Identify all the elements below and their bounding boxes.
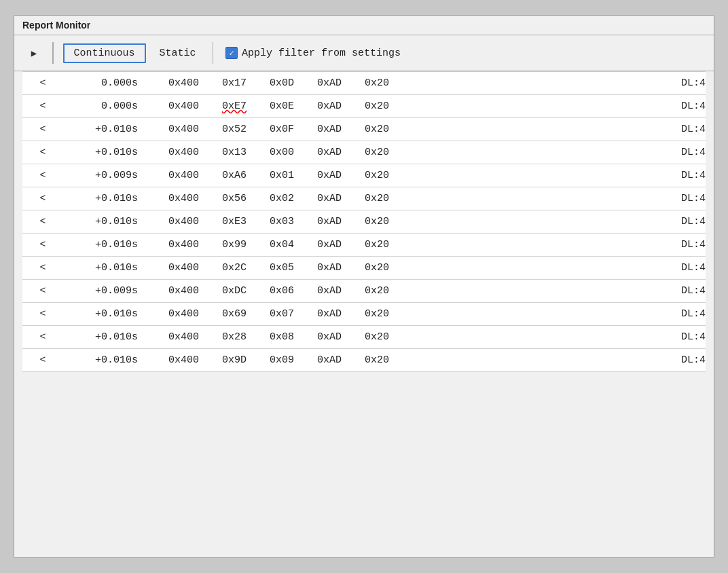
table-row: < +0.010s 0x400 0xE3 0x03 0xAD 0x20 DL:4 [22, 210, 706, 234]
cell-b1: 0x17 [199, 72, 247, 95]
cell-b3: 0xAD [294, 326, 342, 349]
cell-b2: 0x0E [247, 95, 294, 118]
cell-spacer [389, 280, 644, 303]
cell-dl: DL:4 [644, 118, 706, 141]
cell-b4: 0x20 [342, 141, 389, 164]
cell-spacer [389, 303, 644, 326]
cell-dl: DL:4 [644, 95, 706, 118]
cell-dl: DL:4 [644, 210, 706, 234]
separator-1 [52, 42, 54, 64]
cell-b2: 0x02 [247, 187, 294, 210]
cell-dl: DL:4 [644, 349, 706, 372]
cell-b3: 0xAD [294, 141, 342, 164]
cell-addr: 0x400 [138, 72, 199, 95]
toolbar: ▶ Continuous Static Apply filter from se… [14, 35, 714, 71]
cell-b3: 0xAD [294, 164, 342, 187]
cell-dir: < [22, 349, 63, 372]
cell-time: +0.010s [63, 257, 138, 280]
cell-addr: 0x400 [138, 326, 199, 349]
cell-b3: 0xAD [294, 303, 342, 326]
cell-addr: 0x400 [138, 349, 199, 372]
cell-b4: 0x20 [342, 210, 389, 234]
cell-b4: 0x20 [342, 326, 389, 349]
cell-b2: 0x03 [247, 210, 294, 234]
continuous-button[interactable]: Continuous [63, 43, 146, 63]
cell-spacer [389, 349, 644, 372]
filter-label-text: Apply filter from settings [242, 48, 401, 59]
play-button[interactable]: ▶ [25, 44, 43, 62]
cell-spacer [389, 164, 644, 187]
cell-b2: 0x01 [247, 164, 294, 187]
cell-time: +0.010s [63, 118, 138, 141]
cell-time: +0.009s [63, 164, 138, 187]
cell-b1: 0xDC [199, 280, 247, 303]
cell-b2: 0x07 [247, 303, 294, 326]
cell-b1: 0x99 [199, 234, 247, 257]
cell-time: 0.000s [63, 72, 138, 95]
cell-b3: 0xAD [294, 280, 342, 303]
cell-b4: 0x20 [342, 349, 389, 372]
cell-b4: 0x20 [342, 187, 389, 210]
table-row: < +0.009s 0x400 0xDC 0x06 0xAD 0x20 DL:4 [22, 280, 706, 303]
cell-b3: 0xAD [294, 210, 342, 234]
cell-spacer [389, 118, 644, 141]
cell-spacer [389, 210, 644, 234]
cell-b1: 0x9D [199, 349, 247, 372]
cell-spacer [389, 187, 644, 210]
cell-spacer [389, 72, 644, 95]
cell-dir: < [22, 257, 63, 280]
cell-b1: 0xA6 [199, 164, 247, 187]
cell-b3: 0xAD [294, 257, 342, 280]
cell-dir: < [22, 210, 63, 234]
cell-spacer [389, 326, 644, 349]
filter-checkbox[interactable] [225, 47, 238, 59]
cell-b2: 0x08 [247, 326, 294, 349]
table-row: < 0.000s 0x400 0x17 0x0D 0xAD 0x20 DL:4 [22, 72, 706, 95]
cell-dl: DL:4 [644, 257, 706, 280]
cell-addr: 0x400 [138, 164, 199, 187]
cell-time: +0.010s [63, 326, 138, 349]
data-table: < 0.000s 0x400 0x17 0x0D 0xAD 0x20 DL:4 … [22, 71, 706, 372]
report-monitor-window: Report Monitor ▶ Continuous Static Apply… [14, 15, 714, 558]
cell-b2: 0x09 [247, 349, 294, 372]
separator-2 [213, 42, 214, 64]
cell-b1: 0xE3 [199, 210, 247, 234]
cell-time: +0.010s [63, 187, 138, 210]
cell-time: +0.010s [63, 303, 138, 326]
cell-dl: DL:4 [644, 234, 706, 257]
cell-time: +0.010s [63, 349, 138, 372]
cell-dir: < [22, 280, 63, 303]
static-button[interactable]: Static [153, 45, 203, 62]
cell-dl: DL:4 [644, 141, 706, 164]
cell-b4: 0x20 [342, 257, 389, 280]
cell-time: +0.010s [63, 210, 138, 234]
cell-addr: 0x400 [138, 257, 199, 280]
cell-b1: 0x28 [199, 326, 247, 349]
table-row: < +0.010s 0x400 0x69 0x07 0xAD 0x20 DL:4 [22, 303, 706, 326]
cell-b3: 0xAD [294, 187, 342, 210]
cell-addr: 0x400 [138, 118, 199, 141]
cell-dl: DL:4 [644, 72, 706, 95]
cell-b3: 0xAD [294, 95, 342, 118]
filter-checkbox-label[interactable]: Apply filter from settings [225, 47, 401, 59]
cell-addr: 0x400 [138, 303, 199, 326]
cell-b3: 0xAD [294, 72, 342, 95]
cell-spacer [389, 141, 644, 164]
cell-dir: < [22, 164, 63, 187]
cell-addr: 0x400 [138, 234, 199, 257]
table-row: < +0.010s 0x400 0x56 0x02 0xAD 0x20 DL:4 [22, 187, 706, 210]
cell-dir: < [22, 95, 63, 118]
cell-b4: 0x20 [342, 234, 389, 257]
cell-b3: 0xAD [294, 118, 342, 141]
cell-dir: < [22, 72, 63, 95]
cell-spacer [389, 95, 644, 118]
cell-b1: 0x56 [199, 187, 247, 210]
cell-addr: 0x400 [138, 187, 199, 210]
cell-dir: < [22, 187, 63, 210]
cell-b2: 0x0D [247, 72, 294, 95]
cell-b1: 0x69 [199, 303, 247, 326]
play-icon: ▶ [31, 48, 37, 59]
cell-addr: 0x400 [138, 141, 199, 164]
cell-b1: 0x52 [199, 118, 247, 141]
table-row: < +0.009s 0x400 0xA6 0x01 0xAD 0x20 DL:4 [22, 164, 706, 187]
